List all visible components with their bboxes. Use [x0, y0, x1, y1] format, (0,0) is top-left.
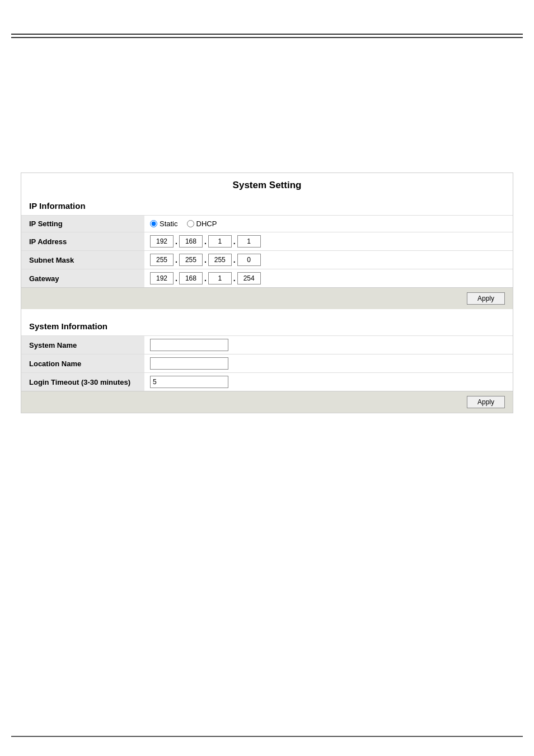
subnet-mask-octet-3[interactable]: [208, 254, 232, 266]
content-area: System Setting IP Information IP Setting…: [0, 38, 534, 736]
ip-address-row: IP Address . . .: [21, 232, 513, 251]
section-divider: [21, 309, 513, 317]
login-timeout-row: Login Timeout (3-30 minutes): [21, 373, 513, 391]
system-setting-box: System Setting IP Information IP Setting…: [21, 172, 513, 413]
dhcp-radio[interactable]: [187, 220, 194, 227]
ip-dot-3: .: [233, 237, 236, 246]
static-radio-label[interactable]: Static: [150, 220, 178, 228]
system-name-label: System Name: [21, 336, 144, 354]
subnet-mask-row: Subnet Mask . . .: [21, 251, 513, 269]
location-name-row: Location Name: [21, 354, 513, 373]
system-information-table: System Name Location Name Login Timeout …: [21, 335, 513, 391]
system-apply-row: Apply: [21, 391, 513, 413]
subnet-mask-cell: . . .: [144, 251, 513, 269]
gateway-octet-4[interactable]: [237, 272, 261, 284]
login-timeout-input[interactable]: [150, 376, 228, 388]
ip-address-octet-2[interactable]: [179, 235, 203, 248]
ip-address-octet-4[interactable]: [237, 235, 261, 248]
gateway-dot-2: .: [204, 274, 207, 283]
location-name-label: Location Name: [21, 354, 144, 373]
gateway-octet-3[interactable]: [208, 272, 232, 284]
ip-address-inputs: . . .: [150, 235, 507, 248]
dhcp-radio-label[interactable]: DHCP: [187, 220, 217, 228]
page-wrapper: System Setting IP Information IP Setting…: [0, 0, 534, 756]
gateway-inputs: . . .: [150, 272, 507, 284]
subnet-mask-label: Subnet Mask: [21, 251, 144, 269]
static-label: Static: [160, 220, 178, 228]
ip-setting-label: IP Setting: [21, 216, 144, 232]
login-timeout-label: Login Timeout (3-30 minutes): [21, 373, 144, 391]
ip-dot-1: .: [175, 237, 178, 246]
ip-address-octet-1[interactable]: [150, 235, 174, 248]
gateway-cell: . . .: [144, 269, 513, 288]
system-information-header: System Information: [21, 317, 513, 335]
page-title: System Setting: [21, 173, 513, 197]
system-name-input[interactable]: [150, 339, 228, 351]
ip-address-cell: . . .: [144, 232, 513, 251]
subnet-dot-1: .: [175, 255, 178, 264]
location-name-cell: [144, 354, 513, 373]
gateway-octet-1[interactable]: [150, 272, 174, 284]
system-name-row: System Name: [21, 336, 513, 354]
subnet-mask-octet-2[interactable]: [179, 254, 203, 266]
login-timeout-cell: [144, 373, 513, 391]
gateway-dot-3: .: [233, 274, 236, 283]
ip-setting-radio-group: Static DHCP: [150, 220, 507, 228]
gateway-row: Gateway . . .: [21, 269, 513, 288]
ip-address-label: IP Address: [21, 232, 144, 251]
subnet-mask-octet-4[interactable]: [237, 254, 261, 266]
ip-setting-row: IP Setting Static DHCP: [21, 216, 513, 232]
system-apply-button[interactable]: Apply: [467, 396, 505, 408]
top-bar: [0, 0, 534, 34]
gateway-label: Gateway: [21, 269, 144, 288]
ip-address-octet-3[interactable]: [208, 235, 232, 248]
top-divider-1: [11, 34, 523, 35]
gateway-dot-1: .: [175, 274, 178, 283]
subnet-dot-3: .: [233, 255, 236, 264]
ip-apply-row: Apply: [21, 287, 513, 309]
location-name-input[interactable]: [150, 357, 228, 370]
static-radio[interactable]: [150, 220, 157, 227]
ip-information-header: IP Information: [21, 197, 513, 215]
ip-dot-2: .: [204, 237, 207, 246]
ip-apply-button[interactable]: Apply: [467, 292, 505, 305]
ip-setting-cell: Static DHCP: [144, 216, 513, 232]
bottom-divider: [11, 736, 523, 737]
subnet-mask-inputs: . . .: [150, 254, 507, 266]
ip-information-table: IP Setting Static DHCP: [21, 215, 513, 287]
subnet-dot-2: .: [204, 255, 207, 264]
gateway-octet-2[interactable]: [179, 272, 203, 284]
dhcp-label: DHCP: [196, 220, 217, 228]
system-name-cell: [144, 336, 513, 354]
footer-space: [0, 739, 534, 756]
subnet-mask-octet-1[interactable]: [150, 254, 174, 266]
